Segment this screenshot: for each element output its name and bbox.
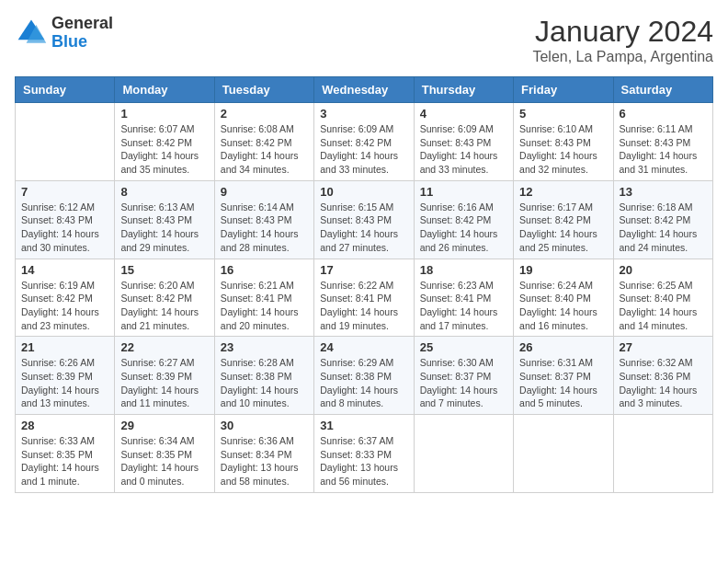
- day-info: Sunrise: 6:17 AM Sunset: 8:42 PM Dayligh…: [519, 201, 607, 255]
- day-number: 11: [420, 185, 507, 199]
- calendar-cell: 19Sunrise: 6:24 AM Sunset: 8:40 PM Dayli…: [514, 259, 613, 337]
- day-info: Sunrise: 6:10 AM Sunset: 8:43 PM Dayligh…: [519, 122, 607, 177]
- day-number: 29: [120, 419, 208, 432]
- calendar-cell: 31Sunrise: 6:37 AM Sunset: 8:33 PM Dayli…: [314, 415, 414, 493]
- day-number: 21: [21, 340, 108, 354]
- week-row-1: 7Sunrise: 6:12 AM Sunset: 8:43 PM Daylig…: [16, 180, 713, 259]
- week-row-0: 1Sunrise: 6:07 AM Sunset: 8:42 PM Daylig…: [16, 103, 713, 181]
- calendar-cell: 27Sunrise: 6:32 AM Sunset: 8:36 PM Dayli…: [613, 337, 712, 415]
- header-monday: Monday: [115, 77, 214, 103]
- day-info: Sunrise: 6:27 AM Sunset: 8:39 PM Dayligh…: [120, 356, 208, 410]
- day-info: Sunrise: 6:34 AM Sunset: 8:35 PM Dayligh…: [120, 434, 208, 488]
- calendar-cell: [16, 103, 115, 181]
- day-info: Sunrise: 6:09 AM Sunset: 8:43 PM Dayligh…: [420, 122, 507, 177]
- day-number: 27: [620, 340, 707, 354]
- calendar-cell: 22Sunrise: 6:27 AM Sunset: 8:39 PM Dayli…: [115, 337, 214, 415]
- day-info: Sunrise: 6:07 AM Sunset: 8:42 PM Dayligh…: [120, 122, 208, 177]
- day-number: 3: [320, 107, 407, 121]
- calendar-cell: 9Sunrise: 6:14 AM Sunset: 8:43 PM Daylig…: [214, 180, 313, 259]
- week-row-3: 21Sunrise: 6:26 AM Sunset: 8:39 PM Dayli…: [16, 337, 713, 415]
- calendar-cell: 16Sunrise: 6:21 AM Sunset: 8:41 PM Dayli…: [214, 259, 313, 337]
- day-number: 7: [21, 185, 108, 199]
- calendar-subtitle: Telen, La Pampa, Argentina: [532, 49, 713, 65]
- day-info: Sunrise: 6:09 AM Sunset: 8:42 PM Dayligh…: [320, 122, 407, 177]
- day-number: 9: [221, 185, 308, 199]
- calendar-cell: 30Sunrise: 6:36 AM Sunset: 8:34 PM Dayli…: [214, 415, 313, 493]
- day-number: 31: [320, 419, 407, 432]
- logo-general: General: [51, 15, 113, 33]
- day-info: Sunrise: 6:31 AM Sunset: 8:37 PM Dayligh…: [519, 356, 607, 410]
- day-number: 22: [120, 340, 208, 354]
- title-block: January 2024 Telen, La Pampa, Argentina: [532, 15, 713, 65]
- calendar-cell: 14Sunrise: 6:19 AM Sunset: 8:42 PM Dayli…: [16, 259, 115, 337]
- day-number: 19: [519, 263, 607, 277]
- day-info: Sunrise: 6:25 AM Sunset: 8:40 PM Dayligh…: [620, 279, 707, 333]
- day-info: Sunrise: 6:21 AM Sunset: 8:41 PM Dayligh…: [221, 279, 308, 333]
- logo-text: General Blue: [51, 15, 113, 52]
- day-number: 1: [120, 107, 208, 121]
- day-info: Sunrise: 6:13 AM Sunset: 8:43 PM Dayligh…: [120, 201, 208, 255]
- calendar-cell: 12Sunrise: 6:17 AM Sunset: 8:42 PM Dayli…: [514, 180, 613, 259]
- header-wednesday: Wednesday: [314, 77, 414, 103]
- calendar-cell: 21Sunrise: 6:26 AM Sunset: 8:39 PM Dayli…: [16, 337, 115, 415]
- day-info: Sunrise: 6:20 AM Sunset: 8:42 PM Dayligh…: [120, 279, 208, 333]
- calendar-table: SundayMondayTuesdayWednesdayThursdayFrid…: [15, 76, 713, 493]
- day-number: 6: [620, 107, 707, 121]
- day-info: Sunrise: 6:23 AM Sunset: 8:41 PM Dayligh…: [420, 279, 507, 333]
- calendar-cell: 20Sunrise: 6:25 AM Sunset: 8:40 PM Dayli…: [613, 259, 712, 337]
- day-info: Sunrise: 6:08 AM Sunset: 8:42 PM Dayligh…: [221, 122, 308, 177]
- day-number: 5: [519, 107, 607, 121]
- day-number: 14: [21, 263, 108, 277]
- day-info: Sunrise: 6:28 AM Sunset: 8:38 PM Dayligh…: [221, 356, 308, 410]
- calendar-cell: 29Sunrise: 6:34 AM Sunset: 8:35 PM Dayli…: [115, 415, 214, 493]
- day-info: Sunrise: 6:30 AM Sunset: 8:37 PM Dayligh…: [420, 356, 507, 410]
- day-info: Sunrise: 6:36 AM Sunset: 8:34 PM Dayligh…: [221, 434, 308, 488]
- day-number: 15: [120, 263, 208, 277]
- calendar-cell: 2Sunrise: 6:08 AM Sunset: 8:42 PM Daylig…: [214, 103, 313, 181]
- day-number: 28: [21, 419, 108, 432]
- calendar-cell: 11Sunrise: 6:16 AM Sunset: 8:42 PM Dayli…: [414, 180, 513, 259]
- logo-blue: Blue: [51, 33, 113, 52]
- week-row-2: 14Sunrise: 6:19 AM Sunset: 8:42 PM Dayli…: [16, 259, 713, 337]
- calendar-cell: [613, 415, 712, 493]
- day-number: 10: [320, 185, 407, 199]
- day-info: Sunrise: 6:26 AM Sunset: 8:39 PM Dayligh…: [21, 356, 108, 410]
- calendar-cell: [514, 415, 613, 493]
- header-saturday: Saturday: [613, 77, 712, 103]
- calendar-cell: 18Sunrise: 6:23 AM Sunset: 8:41 PM Dayli…: [414, 259, 513, 337]
- day-number: 2: [221, 107, 308, 121]
- day-info: Sunrise: 6:14 AM Sunset: 8:43 PM Dayligh…: [221, 201, 308, 255]
- day-info: Sunrise: 6:24 AM Sunset: 8:40 PM Dayligh…: [519, 279, 607, 333]
- logo-icon: [15, 17, 48, 50]
- day-info: Sunrise: 6:11 AM Sunset: 8:43 PM Dayligh…: [620, 122, 707, 177]
- calendar-cell: 5Sunrise: 6:10 AM Sunset: 8:43 PM Daylig…: [514, 103, 613, 181]
- calendar-cell: 8Sunrise: 6:13 AM Sunset: 8:43 PM Daylig…: [115, 180, 214, 259]
- calendar-cell: 13Sunrise: 6:18 AM Sunset: 8:42 PM Dayli…: [613, 180, 712, 259]
- calendar-cell: 15Sunrise: 6:20 AM Sunset: 8:42 PM Dayli…: [115, 259, 214, 337]
- logo: General Blue: [15, 15, 113, 52]
- day-info: Sunrise: 6:18 AM Sunset: 8:42 PM Dayligh…: [620, 201, 707, 255]
- calendar-cell: 17Sunrise: 6:22 AM Sunset: 8:41 PM Dayli…: [314, 259, 414, 337]
- day-info: Sunrise: 6:22 AM Sunset: 8:41 PM Dayligh…: [320, 279, 407, 333]
- calendar-cell: 7Sunrise: 6:12 AM Sunset: 8:43 PM Daylig…: [16, 180, 115, 259]
- day-number: 17: [320, 263, 407, 277]
- day-number: 30: [221, 419, 308, 432]
- calendar-cell: 6Sunrise: 6:11 AM Sunset: 8:43 PM Daylig…: [613, 103, 712, 181]
- day-info: Sunrise: 6:29 AM Sunset: 8:38 PM Dayligh…: [320, 356, 407, 410]
- day-number: 20: [620, 263, 707, 277]
- header-thursday: Thursday: [414, 77, 513, 103]
- day-number: 24: [320, 340, 407, 354]
- day-number: 8: [120, 185, 208, 199]
- calendar-title: January 2024: [532, 15, 713, 49]
- day-number: 4: [420, 107, 507, 121]
- day-number: 26: [519, 340, 607, 354]
- calendar-cell: 24Sunrise: 6:29 AM Sunset: 8:38 PM Dayli…: [314, 337, 414, 415]
- calendar-cell: 3Sunrise: 6:09 AM Sunset: 8:42 PM Daylig…: [314, 103, 414, 181]
- day-info: Sunrise: 6:12 AM Sunset: 8:43 PM Dayligh…: [21, 201, 108, 255]
- day-number: 16: [221, 263, 308, 277]
- day-info: Sunrise: 6:19 AM Sunset: 8:42 PM Dayligh…: [21, 279, 108, 333]
- calendar-cell: 4Sunrise: 6:09 AM Sunset: 8:43 PM Daylig…: [414, 103, 513, 181]
- header-friday: Friday: [514, 77, 613, 103]
- calendar-cell: 25Sunrise: 6:30 AM Sunset: 8:37 PM Dayli…: [414, 337, 513, 415]
- calendar-cell: 28Sunrise: 6:33 AM Sunset: 8:35 PM Dayli…: [16, 415, 115, 493]
